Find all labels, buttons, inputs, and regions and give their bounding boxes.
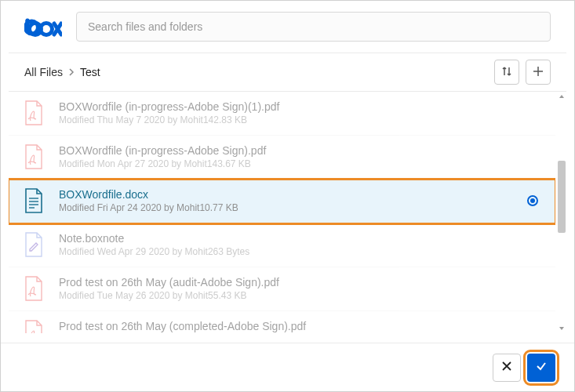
toolbar-actions (494, 60, 551, 85)
file-name: BOXWordfile (in-progress-Adobe Sign).pdf (59, 143, 543, 158)
close-icon (501, 361, 512, 374)
file-name: BOXWordfile.docx (59, 187, 513, 201)
file-list: BOXWordfile (in-progress-Adobe Sign)(1).… (9, 92, 555, 333)
pdf-file-icon (23, 319, 45, 333)
file-row[interactable]: BOXWordfile (in-progress-Adobe Sign).pdf… (9, 136, 555, 180)
breadcrumb: All Files Test (24, 66, 100, 78)
sort-icon (500, 65, 513, 80)
file-picker-dialog: All Files Test (0, 0, 575, 392)
file-subtext: Modified Thu May 7 2020 by Mohit142.83 K… (59, 114, 543, 127)
scroll-down-icon[interactable] (557, 324, 566, 333)
footer (1, 343, 574, 391)
file-name: Prod test on 26th May (audit-Adobe Sign)… (59, 275, 543, 289)
file-name: Prod test on 26th May (completed-Adobe S… (59, 319, 543, 333)
add-button[interactable] (526, 60, 551, 85)
radio-dot-icon (530, 198, 535, 203)
file-row[interactable]: Prod test on 26th May (completed-Adobe S… (9, 311, 555, 333)
search-input[interactable] (76, 12, 551, 42)
pdf-file-icon (23, 275, 45, 302)
doc-file-icon (23, 187, 45, 214)
file-meta: Prod test on 26th May (completed-Adobe S… (59, 319, 543, 333)
chevron-right-icon (67, 68, 75, 76)
scroll-up-icon[interactable] (557, 92, 566, 101)
file-meta: BOXWordfile (in-progress-Adobe Sign).pdf… (59, 143, 543, 171)
breadcrumb-root[interactable]: All Files (24, 66, 63, 78)
file-row[interactable]: Note.boxnoteModified Wed Apr 29 2020 by … (9, 223, 555, 267)
file-subtext: Modified Mon Apr 27 2020 by Mohit143.67 … (59, 158, 543, 171)
selected-radio[interactable] (527, 195, 538, 206)
breadcrumb-current: Test (80, 66, 100, 78)
scroll-thumb[interactable] (558, 161, 566, 233)
pdf-file-icon (23, 143, 45, 170)
file-name: BOXWordfile (in-progress-Adobe Sign)(1).… (59, 100, 543, 114)
check-icon (535, 360, 548, 375)
confirm-button[interactable] (527, 354, 555, 382)
file-subtext: Modified Fri Apr 24 2020 by Mohit10.77 K… (59, 201, 513, 215)
file-meta: BOXWordfile.docxModified Fri Apr 24 2020… (59, 187, 513, 215)
file-name: Note.boxnote (59, 231, 543, 245)
file-subtext: Modified Tue May 26 2020 by Mohit55.43 K… (59, 289, 543, 303)
pdf-file-icon (23, 100, 45, 126)
file-meta: BOXWordfile (in-progress-Adobe Sign)(1).… (59, 100, 543, 127)
file-subtext: Modified Wed Apr 29 2020 by Mohit263 Byt… (59, 245, 543, 259)
sort-button[interactable] (494, 60, 519, 85)
file-meta: Prod test on 26th May (audit-Adobe Sign)… (59, 275, 543, 303)
header (1, 1, 574, 53)
file-row[interactable]: BOXWordfile (in-progress-Adobe Sign)(1).… (9, 92, 555, 136)
box-logo (24, 16, 62, 37)
plus-icon (532, 65, 544, 80)
toolbar: All Files Test (1, 53, 574, 91)
svg-point-3 (41, 24, 53, 35)
file-row[interactable]: BOXWordfile.docxModified Fri Apr 24 2020… (9, 180, 555, 223)
note-file-icon (23, 231, 45, 258)
file-row[interactable]: Prod test on 26th May (audit-Adobe Sign)… (9, 267, 555, 311)
cancel-button[interactable] (493, 354, 521, 382)
file-meta: Note.boxnoteModified Wed Apr 29 2020 by … (59, 231, 543, 259)
scrollbar[interactable] (557, 92, 566, 333)
file-list-container: BOXWordfile (in-progress-Adobe Sign)(1).… (1, 92, 574, 333)
